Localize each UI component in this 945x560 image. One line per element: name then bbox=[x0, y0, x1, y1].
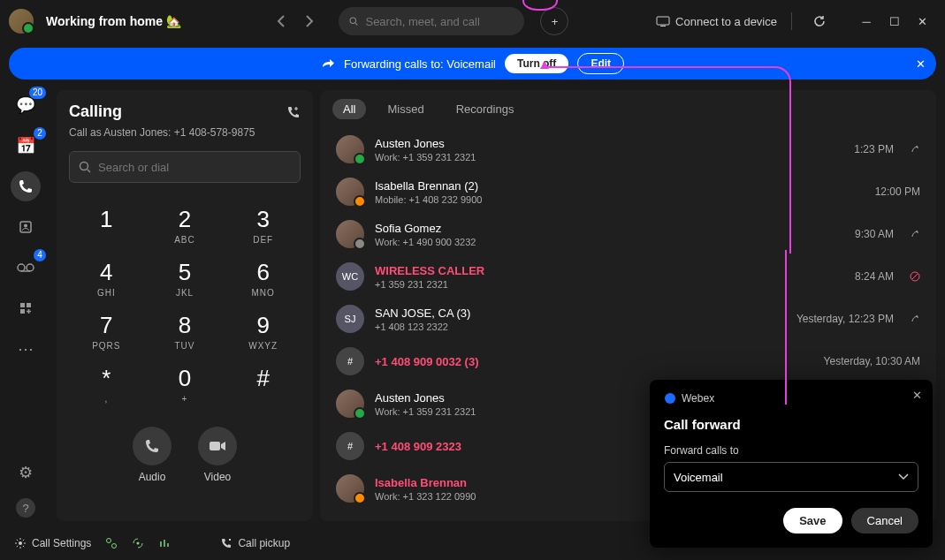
tab-missed[interactable]: Missed bbox=[377, 99, 434, 119]
svg-rect-2 bbox=[660, 26, 666, 26]
modal-app-title: Webex bbox=[664, 392, 918, 405]
dialpad-key-1[interactable]: 1 bbox=[69, 201, 144, 250]
tab-recordings[interactable]: Recordings bbox=[446, 99, 525, 119]
nav-back[interactable] bbox=[268, 8, 294, 34]
maximize-button[interactable]: ☐ bbox=[881, 8, 908, 34]
call-settings-button[interactable]: Call Settings bbox=[14, 537, 91, 549]
call-pickup-label: Call pickup bbox=[238, 537, 290, 549]
svg-point-6 bbox=[27, 264, 34, 271]
contact-avatar bbox=[336, 220, 364, 248]
dialpad-key-9[interactable]: 9WXYZ bbox=[225, 306, 301, 356]
modal-close[interactable]: ✕ bbox=[912, 389, 922, 402]
dialpad-key-#[interactable]: # bbox=[225, 359, 301, 409]
calling-panel: Calling Call as Austen Jones: +1 408-578… bbox=[57, 90, 313, 521]
forward-select-value: Voicemail bbox=[674, 471, 723, 484]
call-pickup-button[interactable]: Call pickup bbox=[220, 537, 290, 549]
history-row[interactable]: #+1 408 909 0032 (3)Yesterday, 10:30 AM bbox=[327, 340, 929, 382]
queue-icon-3[interactable] bbox=[158, 537, 171, 549]
voicemail-tab[interactable]: 4 bbox=[11, 253, 41, 283]
minimize-button[interactable]: ─ bbox=[853, 8, 880, 34]
apps-tab[interactable] bbox=[11, 293, 41, 323]
row-subtitle: Work: +1 359 231 2321 bbox=[375, 152, 843, 163]
svg-point-16 bbox=[137, 542, 140, 545]
dialpad-key-7[interactable]: 7PQRS bbox=[69, 306, 144, 356]
blocked-icon bbox=[910, 271, 920, 282]
row-subtitle: Mobile: +1 408 232 9900 bbox=[375, 194, 865, 205]
self-avatar[interactable] bbox=[9, 9, 34, 34]
forward-select[interactable]: Voicemail bbox=[664, 462, 918, 492]
global-search[interactable] bbox=[339, 7, 524, 35]
dialpad-key-8[interactable]: 8TUV bbox=[148, 306, 223, 356]
row-name: Austen Jones bbox=[375, 137, 843, 150]
history-row[interactable]: Isabella Brennan (2)Mobile: +1 408 232 9… bbox=[327, 170, 929, 213]
dial-search[interactable] bbox=[69, 151, 301, 183]
settings-icon[interactable]: ⚙ bbox=[11, 458, 41, 488]
banner-close[interactable]: ✕ bbox=[916, 57, 926, 71]
make-call-icon[interactable] bbox=[286, 105, 301, 119]
chat-badge: 20 bbox=[29, 87, 46, 99]
row-name: Isabella Brennan (2) bbox=[375, 179, 865, 193]
row-time: 9:30 AM bbox=[855, 228, 894, 240]
history-row[interactable]: WCWIRELESS CALLER+1 359 231 23218:24 AM bbox=[327, 255, 929, 298]
close-button[interactable]: ✕ bbox=[910, 8, 936, 34]
calendar-tab[interactable]: 📅2 bbox=[11, 131, 41, 161]
tab-all[interactable]: All bbox=[332, 99, 366, 119]
history-row[interactable]: Sofia GomezWork: +1 490 900 32329:30 AM bbox=[327, 213, 929, 255]
row-name: WIRELESS CALLER bbox=[375, 264, 844, 277]
queue-icon-1[interactable] bbox=[105, 537, 118, 549]
dialpad-key-0[interactable]: 0+ bbox=[148, 359, 223, 409]
status-text[interactable]: Working from home 🏡 bbox=[46, 14, 181, 28]
svg-rect-7 bbox=[20, 303, 25, 307]
calendar-badge: 2 bbox=[34, 127, 46, 140]
new-button[interactable]: + bbox=[540, 7, 568, 35]
cancel-button[interactable]: Cancel bbox=[851, 508, 918, 534]
chat-tab[interactable]: 💬20 bbox=[11, 90, 41, 120]
contact-avatar bbox=[336, 474, 364, 503]
dialpad-key-5[interactable]: 5JKL bbox=[148, 254, 223, 303]
row-name: SAN JOSE, CA (3) bbox=[375, 306, 786, 320]
svg-point-14 bbox=[107, 539, 111, 543]
svg-point-4 bbox=[24, 224, 27, 228]
dialpad-key-2[interactable]: 2ABC bbox=[148, 201, 223, 250]
row-subtitle: Work: +1 490 900 3232 bbox=[375, 237, 844, 247]
dialpad-key-3[interactable]: 3DEF bbox=[225, 201, 301, 250]
outgoing-icon bbox=[910, 314, 920, 324]
nav-forward[interactable] bbox=[296, 8, 323, 34]
audio-call-button[interactable] bbox=[133, 427, 171, 465]
device-icon bbox=[656, 16, 670, 26]
search-icon bbox=[349, 15, 358, 27]
row-time: 1:23 PM bbox=[854, 143, 894, 155]
edit-button[interactable]: Edit bbox=[577, 53, 624, 74]
row-subtitle: +1 408 123 2322 bbox=[375, 322, 786, 332]
refresh-icon[interactable] bbox=[806, 8, 833, 34]
search-input[interactable] bbox=[365, 15, 514, 28]
svg-rect-8 bbox=[27, 303, 31, 307]
svg-point-17 bbox=[665, 393, 675, 404]
more-tab[interactable]: ⋯ bbox=[11, 334, 41, 364]
contacts-tab[interactable] bbox=[11, 212, 41, 242]
voicemail-badge: 4 bbox=[34, 249, 46, 261]
panel-title: Calling bbox=[69, 102, 122, 121]
gear-icon bbox=[14, 537, 27, 549]
row-time: Yesterday, 10:30 AM bbox=[824, 355, 920, 367]
help-icon[interactable]: ? bbox=[16, 498, 35, 518]
save-button[interactable]: Save bbox=[783, 508, 842, 534]
svg-rect-9 bbox=[20, 309, 25, 314]
dialpad-key-4[interactable]: 4GHI bbox=[69, 254, 144, 303]
svg-rect-1 bbox=[657, 17, 669, 25]
dial-input[interactable] bbox=[98, 161, 291, 174]
svg-point-13 bbox=[19, 541, 22, 545]
dialpad-key-6[interactable]: 6MNO bbox=[225, 254, 301, 303]
dialpad-key-*[interactable]: *, bbox=[69, 359, 144, 409]
initials-avatar: WC bbox=[336, 262, 364, 291]
svg-point-15 bbox=[112, 544, 117, 549]
title-bar: Working from home 🏡 + Connect to a devic… bbox=[0, 0, 945, 42]
modal-label: Forward calls to bbox=[664, 444, 918, 457]
video-call-button[interactable] bbox=[198, 427, 237, 465]
queue-icon-2[interactable] bbox=[132, 537, 144, 549]
history-row[interactable]: SJSAN JOSE, CA (3)+1 408 123 2322Yesterd… bbox=[327, 298, 929, 340]
turn-off-button[interactable]: Turn off bbox=[505, 54, 568, 73]
history-row[interactable]: Austen JonesWork: +1 359 231 23211:23 PM bbox=[327, 128, 929, 170]
connect-device[interactable]: Connect to a device bbox=[656, 15, 777, 28]
calling-tab[interactable] bbox=[11, 171, 41, 201]
